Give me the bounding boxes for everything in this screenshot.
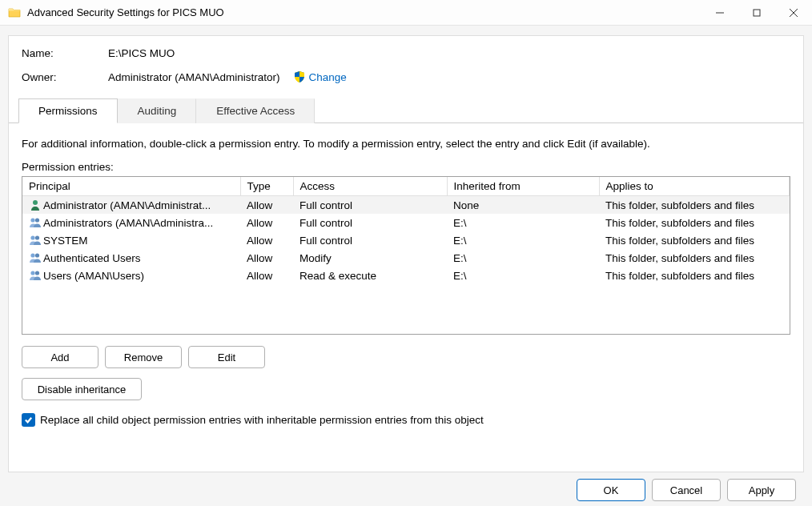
- col-header-inherited[interactable]: Inherited from: [447, 177, 599, 196]
- svg-point-8: [35, 235, 39, 239]
- group-icon: [29, 251, 42, 264]
- table-row[interactable]: Administrators (AMAN\Administra...AllowF…: [22, 214, 790, 231]
- applies-text: This folder, subfolders and files: [599, 214, 790, 231]
- user-icon: [29, 199, 42, 211]
- applies-text: This folder, subfolders and files: [599, 267, 790, 284]
- principal-text: Authenticated Users: [43, 252, 141, 264]
- type-text: Allow: [240, 196, 293, 215]
- edit-button[interactable]: Edit: [188, 346, 265, 368]
- cancel-button[interactable]: Cancel: [652, 479, 721, 501]
- type-text: Allow: [240, 214, 293, 231]
- applies-text: This folder, subfolders and files: [599, 249, 790, 267]
- disable-inheritance-button[interactable]: Disable inheritance: [22, 378, 142, 400]
- entries-label: Permission entries:: [22, 161, 790, 173]
- replace-inherit-label: Replace all child object permission entr…: [40, 414, 484, 426]
- col-header-applies[interactable]: Applies to: [599, 177, 790, 196]
- tab-effective-access[interactable]: Effective Access: [196, 98, 315, 123]
- principal-text: Administrators (AMAN\Administra...: [43, 217, 213, 229]
- dialog-buttons: OK Cancel Apply: [8, 472, 804, 501]
- principal-text: SYSTEM: [43, 235, 88, 247]
- main-panel: Name: E:\PICS MUO Owner: Administrator (…: [8, 35, 804, 472]
- replace-inherit-checkbox[interactable]: [22, 413, 35, 427]
- table-row[interactable]: Authenticated UsersAllowModifyE:\This fo…: [22, 249, 790, 267]
- table-row[interactable]: Administrator (AMAN\Administrat...AllowF…: [22, 196, 790, 215]
- svg-point-11: [30, 271, 34, 275]
- inherited-text: E:\: [447, 214, 599, 231]
- folder-icon: [8, 6, 21, 19]
- help-text: For additional information, double-click…: [22, 138, 790, 150]
- window-title: Advanced Security Settings for PICS MUO: [27, 6, 701, 18]
- table-row[interactable]: SYSTEMAllowFull controlE:\This folder, s…: [22, 231, 790, 249]
- access-text: Read & execute: [293, 267, 447, 284]
- maximize-button[interactable]: [738, 0, 775, 26]
- svg-rect-1: [754, 10, 760, 16]
- type-text: Allow: [240, 231, 293, 249]
- minimize-button[interactable]: [701, 0, 738, 26]
- access-text: Full control: [293, 214, 447, 231]
- access-text: Modify: [293, 249, 447, 267]
- remove-button[interactable]: Remove: [105, 346, 182, 368]
- title-bar: Advanced Security Settings for PICS MUO: [0, 0, 812, 26]
- type-text: Allow: [240, 249, 293, 267]
- tab-bar: PermissionsAuditingEffective Access: [9, 98, 803, 123]
- inherited-text: E:\: [447, 267, 599, 284]
- group-icon: [29, 216, 42, 229]
- name-label: Name:: [22, 47, 108, 59]
- inherited-text: E:\: [447, 249, 599, 267]
- permission-table[interactable]: Principal Type Access Inherited from App…: [22, 176, 790, 335]
- tab-permissions[interactable]: Permissions: [18, 98, 118, 123]
- tab-auditing[interactable]: Auditing: [118, 98, 197, 123]
- svg-point-7: [30, 235, 34, 239]
- svg-point-12: [35, 271, 39, 275]
- owner-value: Administrator (AMAN\Administrator): [108, 71, 280, 83]
- applies-text: This folder, subfolders and files: [599, 196, 790, 215]
- group-icon: [29, 269, 42, 282]
- svg-point-5: [30, 218, 34, 222]
- principal-text: Users (AMAN\Users): [43, 270, 144, 282]
- inherited-text: E:\: [447, 231, 599, 249]
- ok-button[interactable]: OK: [577, 479, 645, 501]
- svg-point-10: [35, 253, 39, 257]
- name-value: E:\PICS MUO: [108, 47, 175, 59]
- table-row[interactable]: Users (AMAN\Users)AllowRead & executeE:\…: [22, 267, 790, 284]
- owner-label: Owner:: [22, 71, 108, 83]
- access-text: Full control: [293, 231, 447, 249]
- shield-icon: [293, 70, 306, 83]
- group-icon: [29, 234, 42, 247]
- col-header-principal[interactable]: Principal: [22, 177, 240, 196]
- svg-point-4: [33, 200, 38, 205]
- access-text: Full control: [293, 196, 447, 215]
- principal-text: Administrator (AMAN\Administrat...: [43, 199, 211, 211]
- close-button[interactable]: [775, 0, 812, 26]
- inherited-text: None: [447, 196, 599, 215]
- col-header-type[interactable]: Type: [240, 177, 293, 196]
- col-header-access[interactable]: Access: [293, 177, 447, 196]
- applies-text: This folder, subfolders and files: [599, 231, 790, 249]
- svg-point-9: [30, 253, 34, 257]
- svg-point-6: [35, 218, 39, 222]
- type-text: Allow: [240, 267, 293, 284]
- add-button[interactable]: Add: [22, 346, 98, 368]
- change-owner-link[interactable]: Change: [309, 71, 347, 83]
- apply-button[interactable]: Apply: [727, 479, 796, 501]
